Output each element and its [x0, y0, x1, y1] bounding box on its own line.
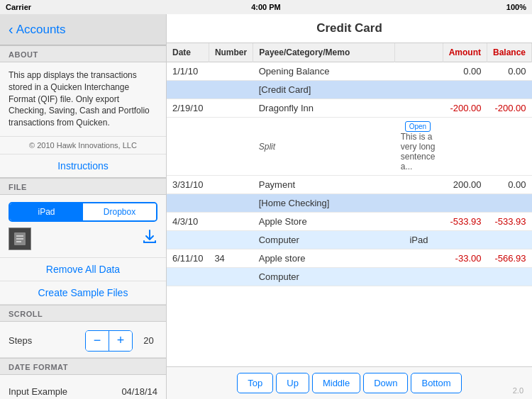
row-date [167, 118, 209, 176]
row-amount [443, 118, 487, 176]
row-date: 4/3/10 [167, 213, 209, 231]
row-balance: -566.93 [487, 249, 531, 268]
row-amount: -33.00 [443, 249, 487, 268]
instructions-link-container: Instructions [0, 154, 166, 178]
row-extra [395, 213, 443, 231]
row-number [209, 81, 253, 99]
row-balance: -200.00 [487, 99, 531, 118]
row-amount: -200.00 [443, 99, 487, 118]
row-balance: 0.00 [487, 62, 531, 81]
table-row: [Home Checking] [167, 194, 532, 213]
ipad-segment-button[interactable]: iPad [10, 203, 83, 220]
row-extra [395, 62, 443, 81]
input-example-label: Input Example [9, 386, 121, 397]
file-thumbnail [9, 227, 31, 250]
row-date: 1/1/10 [167, 62, 209, 81]
version-label: 2.0 [513, 386, 523, 395]
steps-stepper[interactable]: − + [85, 330, 133, 352]
row-payee: Computer [253, 231, 395, 249]
row-payee: Payment [253, 176, 395, 194]
steps-label: Steps [9, 335, 85, 346]
row-balance: 0.00 [487, 176, 531, 194]
about-section-header: ABOUT [0, 45, 166, 62]
table-row: [Credit Card] [167, 81, 532, 99]
create-sample-files-button[interactable]: Create Sample Files [0, 281, 166, 305]
row-payee: [Credit Card] [253, 81, 395, 99]
amount-column-header: Amount [443, 43, 487, 62]
row-balance [487, 194, 531, 213]
up-button[interactable]: Up [276, 373, 309, 393]
back-arrow-icon: ‹ [9, 21, 13, 38]
transactions-table: Date Number Payee/Category/Memo Amount B… [167, 43, 532, 286]
file-section-header: FILE [0, 178, 166, 195]
copyright-text: © 2010 Hawk Innovations, LLC [0, 137, 166, 154]
row-number [209, 268, 253, 286]
about-text: This app displays the transactions store… [0, 62, 166, 137]
row-amount [443, 81, 487, 99]
table-row: Computer iPad [167, 231, 532, 249]
row-payee: Computer [253, 268, 395, 286]
table-row: 4/3/10 Apple Store -533.93 -533.93 [167, 213, 532, 231]
carrier-label: Carrier [6, 3, 31, 11]
decrement-button[interactable]: − [86, 331, 109, 351]
row-date: 6/11/10 [167, 249, 209, 268]
table-row: Split Open This is a very long sentence … [167, 118, 532, 176]
row-balance [487, 118, 531, 176]
dropbox-segment-button[interactable]: Dropbox [83, 203, 156, 220]
row-date: 2/19/10 [167, 99, 209, 118]
steps-value: 20 [140, 335, 157, 346]
row-amount [443, 194, 487, 213]
row-payee: [Home Checking] [253, 194, 395, 213]
row-payee: Apple Store [253, 213, 395, 231]
row-date: 3/31/10 [167, 176, 209, 194]
svg-rect-2 [16, 238, 23, 240]
row-extra [395, 249, 443, 268]
scroll-section: Steps − + 20 [0, 322, 166, 358]
row-amount: 0.00 [443, 62, 487, 81]
down-button[interactable]: Down [363, 373, 408, 393]
row-extra [395, 268, 443, 286]
transactions-table-container[interactable]: Date Number Payee/Category/Memo Amount B… [167, 43, 532, 366]
table-row: 1/1/10 Opening Balance 0.00 0.00 [167, 62, 532, 81]
remove-all-data-button[interactable]: Remove All Data [0, 258, 166, 281]
input-example-value: 04/18/14 [121, 386, 157, 397]
row-amount: 200.00 [443, 176, 487, 194]
row-extra [395, 99, 443, 118]
table-row: Computer [167, 268, 532, 286]
long-text: This is a very long sentence a... [401, 132, 436, 172]
row-number: 34 [209, 249, 253, 268]
middle-button[interactable]: Middle [312, 373, 360, 393]
time-label: 4:00 PM [251, 3, 281, 11]
row-balance: -533.93 [487, 213, 531, 231]
sidebar-header[interactable]: ‹ Accounts [0, 14, 166, 45]
table-header-row: Date Number Payee/Category/Memo Amount B… [167, 43, 532, 62]
table-row: 6/11/10 34 Apple store -33.00 -566.93 [167, 249, 532, 268]
row-number [209, 176, 253, 194]
open-badge[interactable]: Open [405, 121, 431, 132]
row-number [209, 99, 253, 118]
row-payee: Split [253, 118, 395, 176]
number-column-header: Number [209, 43, 253, 62]
battery-label: 100% [506, 3, 526, 11]
row-extra [395, 176, 443, 194]
source-segmented-control[interactable]: iPad Dropbox [9, 202, 157, 222]
download-icon[interactable] [142, 229, 157, 248]
accounts-back-button[interactable]: Accounts [16, 23, 66, 37]
bottom-button[interactable]: Bottom [411, 373, 461, 393]
svg-rect-3 [16, 241, 21, 242]
increment-button[interactable]: + [109, 331, 132, 351]
row-payee: Apple store [253, 249, 395, 268]
sidebar: ‹ Accounts ABOUT This app displays the t… [0, 14, 167, 399]
input-example-row: Input Example 04/18/14 [0, 381, 166, 399]
date-format-section-header: DATE FORMAT [0, 358, 166, 375]
row-payee: Opening Balance [253, 62, 395, 81]
row-balance [487, 231, 531, 249]
scroll-section-header: SCROLL [0, 305, 166, 322]
instructions-link[interactable]: Instructions [57, 160, 109, 172]
row-amount [443, 231, 487, 249]
row-number [209, 62, 253, 81]
row-date [167, 231, 209, 249]
row-extra: iPad [395, 231, 443, 249]
top-button[interactable]: Top [237, 373, 273, 393]
row-balance [487, 81, 531, 99]
